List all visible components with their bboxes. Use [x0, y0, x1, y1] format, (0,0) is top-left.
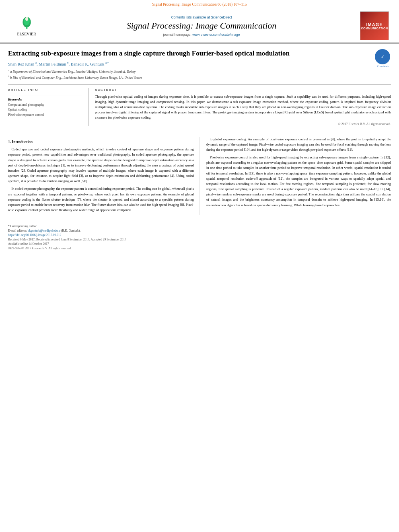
abstract-text: Through pixel-wise optical coding of ima…	[95, 94, 391, 121]
affiliation-b: b b Div. of Electrical and Computer Eng.…	[8, 74, 391, 80]
intro-heading: 1. Introduction	[8, 139, 194, 145]
top-banner-text: Signal Processing: Image Communication 6…	[152, 2, 247, 6]
doi-line[interactable]: https://doi.org/10.1016/j.image.2017.09.…	[8, 233, 391, 237]
journal-homepage: journal homepage: www.elsevier.com/locat…	[47, 33, 356, 37]
keyword-3: Pixel-wise exposure control	[8, 113, 82, 118]
email-suffix: (B.K. Gunturk).	[61, 229, 80, 232]
crossmark-label: CrossMark	[375, 65, 391, 68]
img-box-title: IMAGE	[366, 22, 383, 27]
author-feldman: Martin Feldman	[39, 62, 66, 66]
right-para-1: to global exposure coding. An example of…	[206, 137, 391, 153]
keyword-list: Computational photography Optical coding…	[8, 103, 82, 118]
crossmark-svg: ✓	[378, 52, 387, 61]
authors-line: Shah Rez Khan a, Martin Feldman b, Bahad…	[8, 61, 391, 66]
issn-line: 0923-5965/© 2017 Elsevier B.V. All right…	[8, 246, 391, 250]
article-area: Extracting sub-exposure images from a si…	[0, 43, 399, 215]
affiliation-a: a a Department of Electrical and Electro…	[8, 68, 391, 74]
journal-title: Signal Processing: Image Communication	[47, 21, 356, 31]
corresponding-author: * Corresponding author.	[8, 224, 391, 228]
svg-text:✓: ✓	[381, 55, 384, 59]
affiliations: a a Department of Electrical and Electro…	[8, 68, 391, 80]
available-line: Available online 14 October 2017	[8, 242, 391, 246]
author-khan: Shah Rez Khan	[8, 62, 34, 66]
abstract-col: ABSTRACT Through pixel-wise optical codi…	[88, 88, 391, 126]
article-title-block: Extracting sub-exposure images from a si…	[8, 49, 391, 58]
journal-image-box-area: IMAGE COMMUNICATION	[356, 11, 393, 40]
article-title: Extracting sub-exposure images from a si…	[8, 49, 290, 58]
elsevier-logo-area: ELSEVIER	[6, 16, 47, 36]
section-number: 1.	[8, 140, 11, 144]
top-banner: Signal Processing: Image Communication 6…	[0, 0, 399, 8]
keywords-label: Keywords:	[8, 98, 82, 101]
img-box-sub: COMMUNICATION	[361, 27, 388, 30]
abstract-heading: ABSTRACT	[95, 88, 391, 92]
divider-2	[8, 130, 391, 130]
contents-line: Contents lists available at ScienceDirec…	[47, 15, 356, 19]
journal-image-box: IMAGE COMMUNICATION	[360, 11, 389, 40]
intro-para-1: Coded aperture and coded exposure photog…	[8, 147, 194, 184]
abstract-copyright: © 2017 Elsevier B.V. All rights reserved…	[95, 122, 391, 126]
elsevier-label: ELSEVIER	[17, 32, 36, 36]
keyword-2: Optical coding	[8, 107, 82, 113]
section-title: Introduction	[12, 140, 33, 144]
right-para-2: Pixel-wise exposure control is also used…	[206, 155, 391, 208]
sciencedirect-link[interactable]: ScienceDirect	[211, 15, 232, 19]
elsevier-icon	[16, 16, 38, 32]
email-footnote: E-mail address: bkgunturk@medipol.edu.tr…	[8, 229, 391, 232]
article-info-heading: ARTICLE INFO	[8, 88, 82, 92]
article-meta: ARTICLE INFO Keywords: Computational pho…	[8, 88, 391, 126]
author-gunturk: Bahadir K. Gunturk	[71, 62, 105, 66]
body-right-col: to global exposure coding. An example of…	[200, 137, 391, 216]
email-link[interactable]: bkgunturk@medipol.edu.tr	[28, 229, 60, 232]
journal-header-center: Contents lists available at ScienceDirec…	[47, 15, 356, 37]
crossmark-area[interactable]: ✓ CrossMark	[375, 49, 391, 65]
page: Signal Processing: Image Communication 6…	[0, 0, 399, 532]
divider-info	[8, 95, 82, 95]
crossmark-icon[interactable]: ✓	[375, 49, 390, 64]
article-info-col: ARTICLE INFO Keywords: Computational pho…	[8, 88, 88, 126]
keyword-1: Computational photography	[8, 103, 82, 108]
svg-point-4	[25, 16, 28, 21]
body-columns: 1. Introduction Coded aperture and coded…	[8, 137, 391, 216]
intro-para-2: In coded exposure photography, the expos…	[8, 186, 194, 213]
performance-text: performance	[152, 174, 169, 178]
journal-header: ELSEVIER Contents lists available at Sci…	[0, 8, 399, 43]
received-line: Received 6 May 2017; Received in revised…	[8, 238, 391, 241]
homepage-url[interactable]: www.elsevier.com/locate/image	[192, 33, 240, 37]
body-left-col: 1. Introduction Coded aperture and coded…	[8, 137, 200, 216]
footer-area: * Corresponding author. E-mail address: …	[0, 221, 399, 253]
divider-1	[8, 84, 391, 85]
